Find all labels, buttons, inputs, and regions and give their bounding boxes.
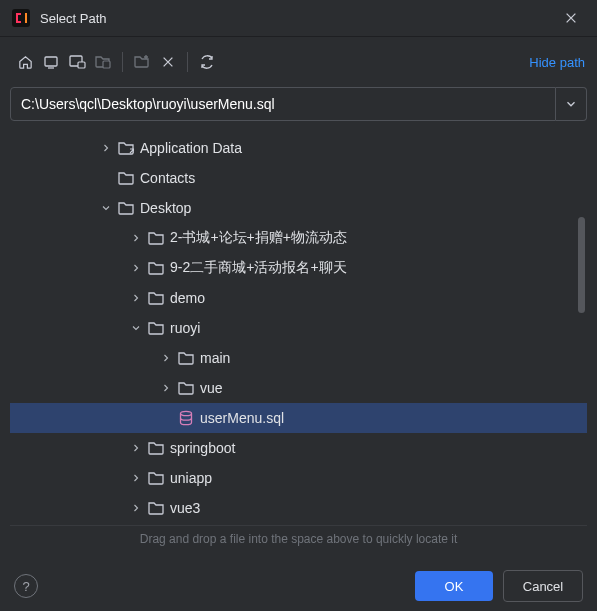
folder-icon <box>146 470 166 486</box>
expand-arrow[interactable] <box>160 352 176 364</box>
tree-item-label: 2-书城+论坛+捐赠+物流动态 <box>170 229 347 247</box>
database-icon <box>176 410 196 426</box>
folder-icon <box>116 170 136 186</box>
file-tree[interactable]: Application DataContactsDesktop2-书城+论坛+捐… <box>10 129 587 523</box>
tree-row[interactable]: springboot <box>10 433 587 463</box>
folder-icon <box>146 500 166 516</box>
expand-arrow[interactable] <box>130 502 146 514</box>
app-logo <box>12 9 30 27</box>
help-button[interactable]: ? <box>14 574 38 598</box>
hide-path-link[interactable]: Hide path <box>529 55 585 70</box>
tree-row[interactable]: userMenu.sql <box>10 403 587 433</box>
expand-arrow[interactable] <box>160 382 176 394</box>
desktop-icon <box>43 54 59 70</box>
folder-icon <box>116 200 136 216</box>
expand-arrow[interactable] <box>130 472 146 484</box>
folder-icon <box>146 260 166 276</box>
tree-item-label: ruoyi <box>170 320 200 336</box>
tree-row[interactable]: main <box>10 343 587 373</box>
scrollbar[interactable] <box>578 217 585 313</box>
toolbar: Hide path <box>0 37 597 81</box>
new-folder-icon <box>133 53 151 71</box>
folder-link-icon <box>116 140 136 156</box>
close-icon <box>564 11 578 25</box>
drag-hint: Drag and drop a file into the space abov… <box>0 526 597 556</box>
window-title: Select Path <box>40 11 557 26</box>
home-button[interactable] <box>12 49 38 75</box>
folder-icon <box>176 380 196 396</box>
help-icon: ? <box>22 579 29 594</box>
tree-item-label: Application Data <box>140 140 242 156</box>
tree-row[interactable]: ruoyi <box>10 313 587 343</box>
tree-item-label: Desktop <box>140 200 191 216</box>
expand-arrow[interactable] <box>100 142 116 154</box>
desktop-button[interactable] <box>38 49 64 75</box>
expand-arrow[interactable] <box>130 322 146 334</box>
new-folder-button[interactable] <box>129 49 155 75</box>
expand-arrow[interactable] <box>130 262 146 274</box>
folder-icon <box>176 350 196 366</box>
folder-icon <box>146 290 166 306</box>
tree-row[interactable]: vue3 <box>10 493 587 523</box>
tree-item-label: userMenu.sql <box>200 410 284 426</box>
tree-row[interactable]: demo <box>10 283 587 313</box>
home-icon <box>17 54 34 71</box>
tree-item-label: vue3 <box>170 500 200 516</box>
cancel-button[interactable]: Cancel <box>503 570 583 602</box>
delete-button[interactable] <box>155 49 181 75</box>
tree-row[interactable]: vue <box>10 373 587 403</box>
module-icon <box>94 53 112 71</box>
tree-row[interactable]: Application Data <box>10 133 587 163</box>
expand-arrow[interactable] <box>130 232 146 244</box>
chevron-down-icon <box>564 97 578 111</box>
delete-icon <box>161 55 175 69</box>
folder-icon <box>146 440 166 456</box>
tree-item-label: main <box>200 350 230 366</box>
tree-item-label: Contacts <box>140 170 195 186</box>
tree-item-label: uniapp <box>170 470 212 486</box>
folder-icon <box>146 230 166 246</box>
svg-rect-5 <box>12 9 30 27</box>
tree-row[interactable]: 9-2二手商城+活动报名+聊天 <box>10 253 587 283</box>
refresh-icon <box>199 54 215 70</box>
tree-item-label: demo <box>170 290 205 306</box>
refresh-button[interactable] <box>194 49 220 75</box>
expand-arrow[interactable] <box>130 292 146 304</box>
tree-row[interactable]: Desktop <box>10 193 587 223</box>
close-button[interactable] <box>557 4 585 32</box>
tree-row[interactable]: Contacts <box>10 163 587 193</box>
tree-item-label: vue <box>200 380 223 396</box>
tree-item-label: 9-2二手商城+活动报名+聊天 <box>170 259 347 277</box>
expand-arrow[interactable] <box>130 442 146 454</box>
project-icon <box>68 53 86 71</box>
tree-row[interactable]: 2-书城+论坛+捐赠+物流动态 <box>10 223 587 253</box>
folder-icon <box>146 320 166 336</box>
project-button[interactable] <box>64 49 90 75</box>
tree-row[interactable]: uniapp <box>10 463 587 493</box>
module-button[interactable] <box>90 49 116 75</box>
path-input[interactable] <box>10 87 556 121</box>
ok-button[interactable]: OK <box>415 571 493 601</box>
tree-item-label: springboot <box>170 440 235 456</box>
expand-arrow[interactable] <box>100 202 116 214</box>
path-history-button[interactable] <box>556 87 587 121</box>
